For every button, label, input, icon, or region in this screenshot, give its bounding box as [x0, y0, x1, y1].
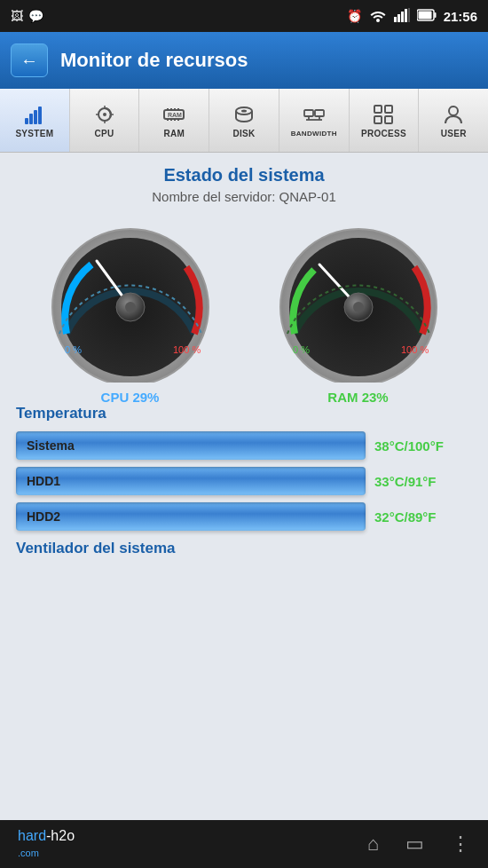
temp-row-hdd2: HDD2 32°C/89°F	[16, 502, 472, 531]
bottom-nav: hard-h2o .com ⌂ ▭ ⋮	[0, 820, 488, 868]
svg-text:0 %: 0 %	[293, 344, 310, 355]
svg-text:RAM: RAM	[168, 112, 182, 118]
tab-user-label: USER	[441, 129, 467, 138]
svg-rect-38	[374, 116, 382, 123]
ram-value-label: RAM 23%	[270, 390, 447, 405]
temp-bar-hdd1: HDD1	[16, 467, 366, 495]
svg-rect-9	[29, 114, 33, 124]
tab-system[interactable]: SYSTEM	[0, 89, 70, 152]
status-bar: 🖼 💬 ⏰ 21:56	[0, 0, 488, 32]
svg-rect-30	[304, 110, 313, 116]
svg-rect-31	[315, 110, 324, 116]
tab-bandwidth[interactable]: BANDWIDTH	[279, 89, 350, 152]
tab-disk-label: DISK	[232, 129, 255, 138]
home-icon[interactable]: ⌂	[367, 832, 379, 856]
fan-section: Ventilador del sistema	[16, 540, 472, 557]
cpu-gauge: 0 % 100 % CPU 29%	[42, 218, 219, 387]
ram-gauge: 0 % 100 % RAM 23%	[270, 218, 447, 387]
battery-icon	[417, 9, 437, 24]
brand-text: hard	[18, 828, 46, 843]
temp-bar-sistema: Sistema	[16, 431, 366, 460]
svg-rect-2	[401, 12, 404, 22]
tab-disk[interactable]: DISK	[209, 89, 279, 152]
temp-value-hdd1: 33°C/91°F	[374, 474, 472, 489]
app-header: ← Monitor de recursos	[0, 32, 488, 89]
menu-icon[interactable]: ⋮	[451, 832, 470, 856]
signal-icon	[394, 8, 410, 25]
svg-rect-11	[38, 107, 42, 124]
svg-text:100 %: 100 %	[173, 344, 201, 355]
tab-user[interactable]: USER	[419, 89, 488, 152]
svg-rect-36	[374, 106, 382, 113]
temp-row-hdd1: HDD1 33°C/91°F	[16, 467, 472, 495]
ram-gauge-container: 0 % 100 % RAM 23%	[270, 218, 447, 387]
back-button[interactable]: ←	[11, 43, 48, 77]
svg-rect-39	[385, 116, 392, 123]
temp-row-sistema: Sistema 38°C/100°F	[16, 431, 472, 460]
brand-sub: .com	[18, 848, 39, 858]
back-arrow-icon: ←	[20, 51, 38, 71]
recents-icon[interactable]: ▭	[405, 832, 424, 856]
svg-text:100 %: 100 %	[401, 344, 429, 355]
server-name: Nombre del servidor: QNAP-01	[16, 189, 472, 204]
tab-process[interactable]: PROCESS	[350, 89, 420, 152]
temp-bar-label-hdd1: HDD1	[27, 474, 60, 488]
svg-point-47	[125, 302, 136, 312]
temp-bar-label-sistema: Sistema	[27, 438, 75, 453]
tab-ram-label: RAM	[163, 129, 185, 138]
temperatura-title: Temperatura	[16, 405, 472, 422]
tab-bar: SYSTEM CPU RAM RAM	[0, 89, 488, 153]
tab-ram[interactable]: RAM RAM	[139, 89, 209, 152]
status-time: 21:56	[444, 9, 477, 24]
system-state-title: Estado del sistema	[16, 165, 472, 185]
temp-value-sistema: 38°C/100°F	[374, 438, 472, 454]
fan-title: Ventilador del sistema	[16, 540, 472, 557]
tab-cpu-label: CPU	[95, 129, 114, 138]
temp-value-hdd2: 32°C/89°F	[374, 509, 472, 525]
svg-text:0 %: 0 %	[65, 344, 82, 355]
svg-point-54	[353, 302, 364, 312]
brand-dash: -h2o	[46, 828, 75, 843]
cpu-gauge-container: 0 % 100 % CPU 29%	[42, 218, 219, 387]
svg-point-29	[241, 110, 247, 113]
svg-rect-3	[405, 9, 407, 22]
tab-process-label: PROCESS	[361, 129, 406, 138]
header-title: Monitor de recursos	[60, 49, 248, 72]
wifi-icon	[369, 8, 387, 25]
svg-rect-6	[434, 12, 436, 18]
svg-rect-1	[397, 14, 400, 22]
tab-system-label: SYSTEM	[15, 129, 53, 138]
svg-rect-8	[25, 118, 28, 124]
temp-bar-label-hdd2: HDD2	[27, 509, 60, 524]
tab-cpu[interactable]: CPU	[70, 89, 140, 152]
svg-point-40	[449, 107, 458, 115]
message-icon: 💬	[28, 9, 43, 23]
alarm-icon: ⏰	[347, 9, 362, 23]
main-content: Estado del sistema Nombre del servidor: …	[0, 153, 488, 820]
tab-bandwidth-label: BANDWIDTH	[291, 130, 337, 138]
svg-rect-0	[394, 17, 397, 22]
camera-icon: 🖼	[11, 9, 23, 23]
temp-bar-hdd2: HDD2	[16, 502, 366, 531]
gauges-row: 0 % 100 % CPU 29%	[16, 218, 472, 387]
svg-rect-10	[34, 110, 37, 124]
brand: hard-h2o .com	[18, 828, 75, 860]
nav-icons: ⌂ ▭ ⋮	[367, 832, 470, 856]
svg-point-13	[103, 113, 106, 116]
svg-rect-4	[408, 8, 410, 22]
cpu-value-label: CPU 29%	[42, 390, 219, 405]
svg-rect-37	[385, 106, 392, 113]
svg-rect-7	[418, 11, 431, 19]
